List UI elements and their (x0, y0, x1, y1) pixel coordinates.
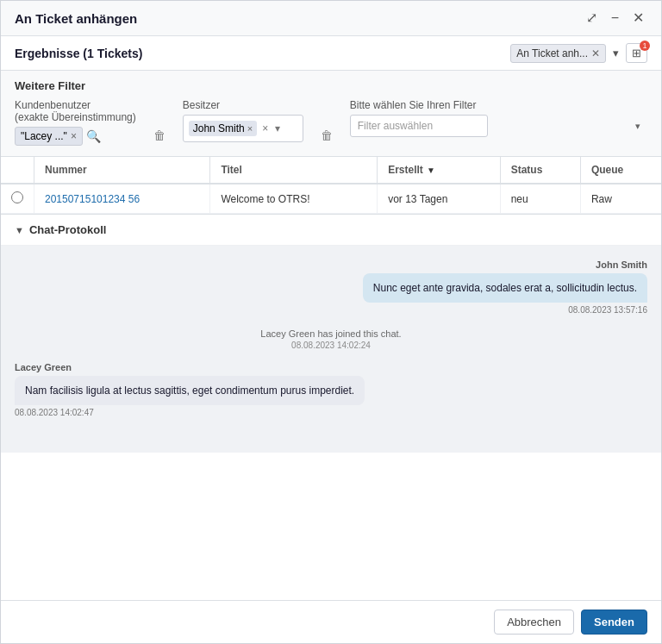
expand-icon: ⤢ (586, 10, 597, 25)
chat-section-header[interactable]: ▼ Chat-Protokoll (1, 215, 661, 246)
th-checkbox (1, 157, 34, 184)
sort-arrow-icon: ▼ (427, 166, 435, 175)
owner-input-wrapper: John Smith × × ▾ (183, 115, 303, 142)
th-queue: Queue (580, 157, 661, 184)
select-filter-wrapper: Bitte wählen Sie Ihren Filter Filter aus… (350, 99, 647, 137)
customer-filter-label: Kundenbenutzer(exakte Übereinstimmung) (15, 99, 136, 123)
message-sender-name: Lacey Green (15, 362, 72, 372)
filter-section-title: Weitere Filter (15, 79, 647, 92)
message-sender-name: John Smith (596, 259, 647, 270)
owner-tag-chip: John Smith × (189, 121, 257, 136)
system-message-time: 08.08.2023 14:02:24 (15, 341, 647, 350)
message-incoming: Lacey Green Nam facilisis ligula at lect… (15, 362, 647, 417)
chat-body: John Smith Nunc eget ante gravida, sodal… (1, 246, 661, 453)
owner-delete-filter-button[interactable]: 🗑 (317, 125, 336, 146)
customer-filter: Kundenbenutzer(exakte Übereinstimmung) "… (15, 99, 136, 146)
customer-tag-remove[interactable]: × (71, 130, 77, 142)
th-erstellt[interactable]: Erstellt ▼ (378, 157, 500, 184)
owner-dropdown-button[interactable]: ▾ (273, 122, 282, 134)
customer-tag-text: "Lacey ..." (21, 130, 67, 142)
results-label: Ergebnisse (1 Tickets) (15, 47, 142, 60)
th-nummer: Nummer (34, 157, 210, 184)
filter-tag-remove[interactable]: ✕ (591, 48, 600, 59)
active-filter-tag: An Ticket anh... ✕ (510, 44, 606, 63)
table-section: Nummer Titel Erstellt ▼ Status Queue (1, 157, 661, 215)
filter-dropdown-button[interactable]: ▾ (611, 45, 621, 61)
customer-search-icon-button[interactable]: 🔍 (86, 129, 101, 143)
cancel-button[interactable]: Abbrechen (494, 610, 574, 635)
expand-button[interactable]: ⤢ (583, 9, 601, 27)
owner-filter: Besitzer John Smith × × ▾ (183, 99, 303, 142)
edit-filter-button[interactable]: ⊞ 1 (626, 43, 647, 63)
close-icon: ✕ (633, 10, 644, 25)
select-wrapper: Filter auswählen (350, 115, 647, 137)
submit-button[interactable]: Senden (581, 610, 647, 635)
chat-section: ▼ Chat-Protokoll John Smith Nunc eget an… (1, 215, 661, 600)
message-bubble: Nunc eget ante gravida, sodales erat a, … (363, 273, 647, 303)
modal-title: An Ticket anhängen (15, 11, 137, 26)
message-timestamp: 08.08.2023 14:02:47 (15, 408, 94, 417)
row-status: neu (500, 184, 580, 214)
message-timestamp: 08.08.2023 13:57:16 (568, 305, 647, 315)
owner-tag-remove[interactable]: × (247, 123, 253, 134)
owner-input-controls: × ▾ (260, 122, 282, 134)
minimize-button[interactable]: − (608, 9, 622, 27)
chat-section-title: Chat-Protokoll (29, 223, 107, 236)
row-radio-cell[interactable] (1, 184, 34, 214)
system-message-text: Lacey Green has joined this chat. (15, 328, 647, 339)
filter-badge: 1 (640, 41, 650, 51)
modal-container: An Ticket anhängen ⤢ − ✕ Ergebnisse (1 T… (0, 0, 662, 644)
filter-tag-text: An Ticket anh... (516, 47, 588, 59)
customer-tag: "Lacey ..." × (15, 127, 83, 146)
message-system: Lacey Green has joined this chat. 08.08.… (15, 328, 647, 350)
header-icons: ⤢ − ✕ (583, 9, 647, 27)
owner-clear-button[interactable]: × (260, 122, 270, 134)
customer-delete-filter-button[interactable]: 🗑 (150, 125, 169, 146)
row-nummer: 20150715101234 56 (34, 184, 210, 214)
ticket-number-link[interactable]: 20150715101234 56 (45, 193, 140, 205)
owner-tag-text: John Smith (193, 122, 245, 134)
row-queue: Raw (580, 184, 661, 214)
results-table: Nummer Titel Erstellt ▼ Status Queue (1, 157, 661, 214)
minimize-icon: − (611, 10, 619, 25)
results-right: An Ticket anh... ✕ ▾ ⊞ 1 (510, 43, 647, 63)
row-titel: Welcome to OTRS! (210, 184, 378, 214)
close-button[interactable]: ✕ (629, 9, 647, 27)
message-bubble: Nam facilisis ligula at lectus sagittis,… (15, 376, 365, 405)
message-outgoing: John Smith Nunc eget ante gravida, sodal… (15, 259, 647, 315)
owner-filter-label: Besitzer (183, 99, 303, 111)
row-radio[interactable] (11, 191, 23, 203)
modal-footer: Abbrechen Senden (1, 600, 661, 643)
filter-select[interactable]: Filter auswählen (350, 115, 488, 137)
th-status: Status (500, 157, 580, 184)
filter-row: Kundenbenutzer(exakte Übereinstimmung) "… (15, 99, 647, 146)
chat-toggle-icon: ▼ (15, 225, 24, 235)
customer-tag-wrapper: "Lacey ..." × 🔍 (15, 127, 136, 146)
modal-header: An Ticket anhängen ⤢ − ✕ (1, 1, 661, 36)
results-bar: Ergebnisse (1 Tickets) An Ticket anh... … (1, 36, 661, 71)
table-header-row: Nummer Titel Erstellt ▼ Status Queue (1, 157, 661, 184)
filter-section: Weitere Filter Kundenbenutzer(exakte Übe… (1, 71, 661, 157)
table-row: 20150715101234 56 Welcome to OTRS! vor 1… (1, 184, 661, 214)
th-titel: Titel (210, 157, 378, 184)
select-filter-label: Bitte wählen Sie Ihren Filter (350, 99, 647, 111)
row-erstellt: vor 13 Tagen (378, 184, 500, 214)
